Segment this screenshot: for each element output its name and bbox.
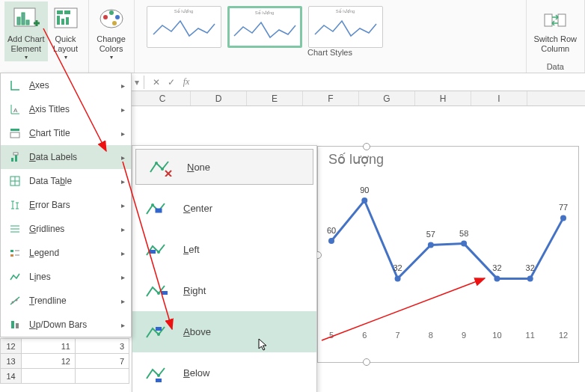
col-header[interactable]: G bbox=[359, 91, 415, 105]
svg-text:A: A bbox=[13, 107, 18, 114]
menu-data-labels[interactable]: Data Labels▸ bbox=[1, 145, 131, 169]
cell[interactable] bbox=[22, 369, 76, 384]
enter-icon[interactable]: ✓ bbox=[164, 77, 179, 88]
svg-text:8: 8 bbox=[429, 331, 433, 340]
svg-text:6: 6 bbox=[362, 331, 367, 340]
col-header[interactable]: F bbox=[303, 91, 359, 105]
menu-chart-title[interactable]: Chart Title▸ bbox=[1, 121, 131, 145]
submenu-arrow-icon: ▸ bbox=[121, 297, 125, 305]
submenu-arrow-icon: ▸ bbox=[121, 105, 125, 114]
chart-styles-gallery: Số lượng Số lượng Số lượng bbox=[139, 1, 521, 48]
cell[interactable] bbox=[76, 369, 129, 384]
menu-error-bars[interactable]: Error Bars▸ bbox=[1, 193, 131, 217]
chart-style-2[interactable]: Số lượng bbox=[227, 6, 302, 48]
col-header[interactable]: E bbox=[247, 91, 303, 105]
labels-none[interactable]: None bbox=[135, 149, 313, 185]
menu-data-table[interactable]: Data Table▸ bbox=[1, 169, 131, 193]
chart-title-text[interactable]: Số lượng bbox=[318, 147, 578, 172]
menu-lines[interactable]: Lines▸ bbox=[1, 265, 131, 289]
svg-point-50 bbox=[151, 203, 154, 206]
error-bars-icon bbox=[7, 199, 23, 211]
svg-rect-1 bbox=[17, 17, 20, 25]
quick-layout-button[interactable]: Quick Layout ▾ bbox=[48, 1, 84, 61]
row-header[interactable]: 13 bbox=[1, 354, 22, 369]
svg-point-56 bbox=[157, 333, 160, 336]
embedded-chart[interactable]: Số lượng 609032575832327756789101112 bbox=[317, 146, 579, 363]
menu-updown-bars[interactable]: Up/Down Bars▸ bbox=[1, 313, 131, 337]
submenu-arrow-icon: ▸ bbox=[121, 249, 125, 257]
submenu-arrow-icon: ▸ bbox=[121, 153, 125, 162]
cancel-icon[interactable]: ✕ bbox=[149, 77, 164, 88]
svg-text:7: 7 bbox=[396, 331, 400, 340]
submenu-arrow-icon: ▸ bbox=[121, 129, 125, 138]
svg-rect-39 bbox=[10, 254, 13, 257]
cell[interactable]: 11 bbox=[22, 339, 76, 354]
svg-rect-53 bbox=[150, 250, 156, 254]
center-icon bbox=[143, 199, 171, 218]
axes-icon bbox=[7, 79, 23, 91]
svg-text:90: 90 bbox=[360, 186, 369, 195]
data-labels-icon bbox=[7, 151, 23, 163]
menu-trendline[interactable]: Trendline▸ bbox=[1, 289, 131, 313]
row-header[interactable]: 12 bbox=[1, 339, 22, 354]
svg-text:57: 57 bbox=[426, 230, 435, 239]
labels-center[interactable]: Center bbox=[132, 188, 316, 229]
name-box-dropdown[interactable]: ▾ bbox=[135, 77, 139, 88]
labels-above[interactable]: Above bbox=[132, 311, 316, 352]
chevron-down-icon: ▾ bbox=[110, 54, 113, 61]
svg-rect-51 bbox=[156, 209, 162, 212]
ribbon: Add Chart Element ▾ Quick Layout ▾ Chang… bbox=[0, 0, 585, 73]
col-header[interactable]: C bbox=[135, 91, 191, 105]
cell[interactable]: 3 bbox=[76, 339, 129, 354]
svg-text:11: 11 bbox=[526, 331, 535, 340]
svg-point-67 bbox=[560, 215, 566, 221]
below-icon bbox=[143, 364, 171, 383]
chart-style-1[interactable]: Số lượng bbox=[147, 6, 221, 48]
resize-handle[interactable] bbox=[363, 358, 370, 366]
svg-point-52 bbox=[157, 251, 160, 254]
svg-rect-7 bbox=[57, 10, 63, 14]
svg-text:77: 77 bbox=[559, 203, 568, 212]
submenu-arrow-icon: ▸ bbox=[121, 225, 125, 233]
submenu-arrow-icon: ▸ bbox=[121, 201, 125, 209]
col-header[interactable]: D bbox=[191, 91, 247, 105]
col-header[interactable]: H bbox=[415, 91, 471, 105]
svg-text:32: 32 bbox=[393, 263, 402, 272]
labels-right[interactable]: Right bbox=[132, 270, 316, 311]
menu-gridlines[interactable]: Gridlines▸ bbox=[1, 217, 131, 241]
svg-point-54 bbox=[157, 292, 160, 295]
resize-handle[interactable] bbox=[363, 143, 370, 150]
fx-icon[interactable]: fx bbox=[179, 76, 194, 88]
cell[interactable]: 7 bbox=[76, 354, 129, 369]
cell[interactable]: 12 bbox=[22, 354, 76, 369]
menu-legend[interactable]: Legend▸ bbox=[1, 241, 131, 265]
svg-point-47 bbox=[161, 168, 164, 171]
add-chart-element-button[interactable]: Add Chart Element ▾ bbox=[4, 1, 48, 61]
none-icon bbox=[147, 157, 175, 177]
menu-axes[interactable]: Axes▸ bbox=[1, 73, 131, 97]
svg-text:32: 32 bbox=[526, 263, 535, 272]
svg-rect-59 bbox=[156, 379, 162, 382]
row-header[interactable]: 14 bbox=[1, 369, 22, 384]
svg-rect-44 bbox=[11, 321, 14, 328]
svg-point-58 bbox=[157, 374, 160, 377]
labels-left[interactable]: Left bbox=[132, 229, 316, 270]
svg-point-43 bbox=[16, 299, 18, 301]
data-labels-submenu: None Center Left Right Above Below bbox=[132, 145, 317, 392]
chart-plot-area[interactable]: 609032575832327756789101112 bbox=[324, 172, 571, 344]
menu-axis-titles[interactable]: AAxis Titles▸ bbox=[1, 97, 131, 121]
col-header[interactable]: I bbox=[471, 91, 527, 105]
axis-titles-icon: A bbox=[7, 103, 23, 115]
chart-style-3[interactable]: Số lượng bbox=[308, 6, 383, 48]
svg-rect-20 bbox=[10, 129, 19, 131]
legend-icon bbox=[7, 247, 23, 259]
svg-text:32: 32 bbox=[492, 263, 501, 272]
svg-rect-57 bbox=[156, 327, 162, 331]
svg-point-63 bbox=[428, 242, 434, 248]
svg-point-62 bbox=[395, 275, 401, 281]
left-icon bbox=[143, 240, 171, 260]
switch-row-column-button[interactable]: Switch Row Column bbox=[531, 1, 580, 54]
svg-text:9: 9 bbox=[462, 331, 466, 340]
change-colors-button[interactable]: Change Colors ▾ bbox=[94, 1, 129, 61]
labels-below[interactable]: Below bbox=[132, 352, 316, 392]
